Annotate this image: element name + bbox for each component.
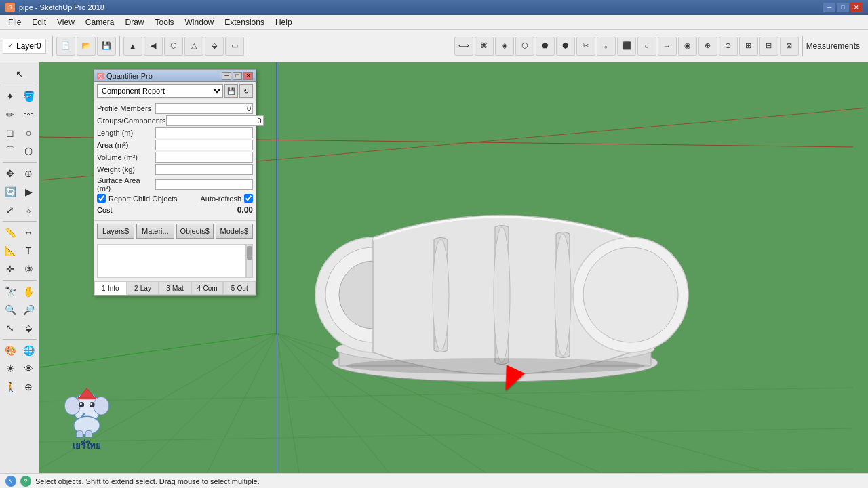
toolbar-btn-4[interactable]: ▲ [123, 37, 142, 56]
toolbar-btn-2[interactable]: 📂 [77, 37, 96, 56]
toolbar-right-3[interactable]: ◈ [495, 37, 514, 56]
input-length[interactable] [155, 127, 253, 138]
models-button[interactable]: Models$ [216, 224, 253, 239]
toolbar-right-8[interactable]: ⬦ [597, 37, 616, 56]
tool-erase[interactable]: ✏ [1, 106, 19, 123]
tool-rotate[interactable]: 🔄 [1, 183, 19, 201]
menu-tools[interactable]: Tools [150, 16, 180, 28]
tool-orbit[interactable]: 🔭 [1, 283, 19, 300]
toolbar-btn-3[interactable]: 💾 [97, 37, 116, 56]
toolbar-right-16[interactable]: ⊟ [760, 37, 778, 56]
menu-view[interactable]: View [52, 16, 80, 28]
maximize-button[interactable]: □ [837, 3, 849, 12]
tab-out[interactable]: 5-Out [223, 281, 256, 295]
tab-com[interactable]: 4-Com [191, 281, 224, 295]
tool-offset[interactable]: ⬦ [20, 201, 37, 219]
toolbar-right-4[interactable]: ⬡ [515, 37, 534, 56]
toolbar-btn-6[interactable]: ⬡ [164, 37, 183, 56]
panel-minimize[interactable]: ─ [222, 72, 231, 80]
toolbar-btn-5[interactable]: ◀ [144, 37, 163, 56]
toolbar-right-9[interactable]: ⬛ [617, 37, 636, 56]
toolbar-right-6[interactable]: ⬢ [556, 37, 575, 56]
toolbar-btn-9[interactable]: ▭ [225, 37, 244, 56]
toolbar-right-13[interactable]: ⊕ [698, 37, 717, 56]
input-volume[interactable] [155, 152, 253, 163]
tool-eye[interactable]: 👁 [20, 360, 37, 378]
layers-button[interactable]: Layers$ [97, 224, 134, 239]
toolbar-right-15[interactable]: ⊞ [739, 37, 758, 56]
tool-walk[interactable]: 🚶 [1, 378, 19, 396]
tool-scale[interactable]: ⤢ [1, 201, 19, 219]
close-button[interactable]: ✕ [850, 3, 863, 12]
toolbar-right-10[interactable]: ○ [637, 37, 656, 56]
tool-section[interactable]: ⬙ [20, 319, 37, 337]
menu-extensions[interactable]: Extensions [219, 16, 270, 28]
tool-connect[interactable]: ⊕ [20, 378, 37, 396]
toolbar-right-17[interactable]: ⊠ [780, 37, 799, 56]
tool-paint2[interactable]: 🎨 [1, 342, 19, 359]
tool-followme[interactable]: ▶ [20, 183, 37, 201]
tool-tape[interactable]: 📏 [1, 224, 19, 241]
toolbar-right-14[interactable]: ⊙ [719, 37, 738, 56]
tool-line[interactable]: 〰 [20, 106, 37, 123]
objects-button[interactable]: Objects$ [176, 224, 214, 239]
tool-zoomwindow[interactable]: 🔎 [20, 301, 37, 319]
panel-refresh-btn[interactable]: ↻ [239, 84, 253, 98]
toolbar-btn-7[interactable]: △ [184, 37, 203, 56]
input-groups-components[interactable] [166, 115, 264, 126]
report-child-checkbox[interactable] [97, 194, 106, 203]
toolbar-btn-8[interactable]: ⬙ [205, 37, 224, 56]
toolbar-btn-1[interactable]: 📄 [56, 37, 75, 56]
toolbar-right-1[interactable]: ⟺ [454, 37, 473, 56]
materials-button[interactable]: Materi... [136, 224, 174, 239]
tab-lay[interactable]: 2-Lay [127, 281, 159, 295]
tool-select[interactable]: ↖ [11, 65, 28, 83]
input-weight[interactable] [155, 164, 253, 175]
toolbar-right-11[interactable]: → [658, 37, 677, 56]
menu-window[interactable]: Window [180, 16, 220, 28]
menu-edit[interactable]: Edit [26, 16, 52, 28]
tool-component[interactable]: ✦ [1, 87, 19, 105]
tool-3dtext[interactable]: ③ [20, 260, 37, 278]
toolbar-right-12[interactable]: ◉ [678, 37, 697, 56]
panel-titlebar[interactable]: Q Quantifier Pro ─ □ ✕ [94, 70, 256, 82]
scroll-thumb[interactable] [247, 246, 252, 260]
tool-text[interactable]: T [20, 242, 37, 260]
tab-info[interactable]: 1-Info [94, 281, 127, 295]
tool-pushpull[interactable]: ⊕ [20, 165, 37, 182]
panel-save-btn[interactable]: 💾 [224, 84, 238, 98]
tool-paint[interactable]: 🪣 [20, 87, 37, 105]
tool-pan[interactable]: ✋ [20, 283, 37, 300]
tool-arc[interactable]: ⌒ [1, 142, 19, 160]
tool-circle[interactable]: ○ [20, 124, 37, 142]
layer-indicator[interactable]: ✓ Layer0 [3, 39, 46, 54]
panel-scrollbar[interactable] [246, 244, 253, 278]
toolbar-right-7[interactable]: ✂ [576, 37, 595, 56]
menu-file[interactable]: File [3, 16, 26, 28]
tool-sun[interactable]: ☀ [1, 360, 19, 378]
menu-help[interactable]: Help [270, 16, 298, 28]
panel-close[interactable]: ✕ [243, 72, 253, 80]
toolbar-right-2[interactable]: ⌘ [475, 37, 494, 56]
menu-camera[interactable]: Camera [80, 16, 120, 28]
tool-protractor[interactable]: 📐 [1, 242, 19, 260]
menu-draw[interactable]: Draw [120, 16, 150, 28]
tool-polygon[interactable]: ⬡ [20, 142, 37, 160]
tool-move[interactable]: ✥ [1, 165, 19, 182]
tool-rect[interactable]: ◻ [1, 124, 19, 142]
input-profile-members[interactable] [155, 103, 253, 114]
report-type-dropdown[interactable]: Component Report [97, 84, 223, 98]
toolbar-right-5[interactable]: ⬟ [536, 37, 555, 56]
auto-refresh-checkbox[interactable] [244, 194, 253, 203]
tool-zoomextents[interactable]: ⤡ [1, 319, 19, 337]
panel-restore[interactable]: □ [233, 72, 242, 80]
tool-axes[interactable]: ✛ [1, 260, 19, 278]
viewport[interactable]: Q Quantifier Pro ─ □ ✕ Component Report … [39, 62, 868, 473]
tool-geo[interactable]: 🌐 [20, 342, 37, 359]
tool-zoom[interactable]: 🔍 [1, 301, 19, 319]
input-area[interactable] [155, 140, 253, 150]
input-surface-area[interactable] [155, 179, 253, 190]
tab-mat[interactable]: 3-Mat [159, 281, 191, 295]
tool-dimension[interactable]: ↔ [20, 224, 37, 241]
minimize-button[interactable]: ─ [823, 3, 835, 12]
